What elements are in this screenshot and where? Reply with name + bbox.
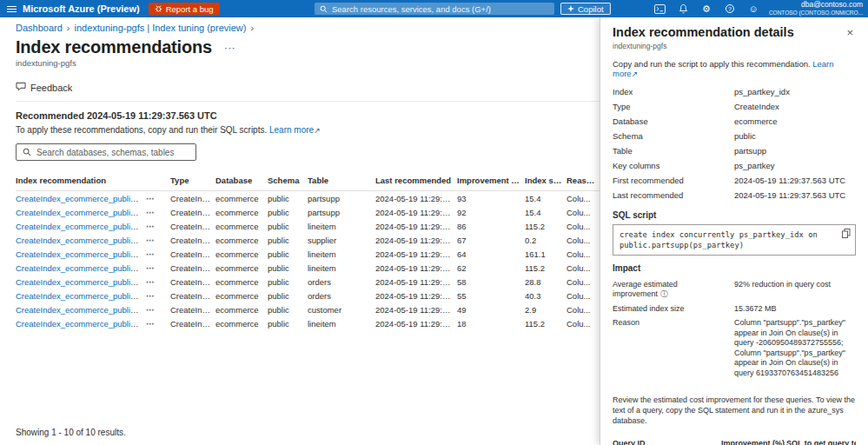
detail-field-row: Type CreateIndex [613, 99, 856, 114]
main-content: Dashboard › indextuning-pgfs | Index tun… [0, 17, 600, 445]
cell-improvement: 49 [457, 302, 525, 316]
cell-last-recommended: 2024-05-19 11:29:37.563 [375, 289, 457, 302]
field-value: 2024-05-19 11:29:37.563 UTC [734, 176, 856, 185]
row-menu-icon[interactable]: ⋯ [146, 236, 156, 245]
col-improvement[interactable]: Improvement (%)↑ [457, 172, 525, 191]
copy-icon[interactable] [842, 229, 851, 238]
table-search-input[interactable] [36, 148, 189, 157]
copilot-button[interactable]: Copilot [560, 3, 611, 15]
review-instructions: Review the estimated cost improvement fo… [613, 395, 856, 426]
help-icon[interactable]: ? [724, 3, 736, 15]
impact-row: Estimated index size 15.3672 MB [613, 302, 856, 316]
row-menu-icon[interactable]: ⋯ [146, 194, 156, 203]
close-icon[interactable]: × [844, 25, 856, 40]
info-icon[interactable]: ⓘ [660, 289, 668, 298]
recommendation-link[interactable]: CreateIndex_ecommerce_public_l_partkey_i… [16, 222, 146, 231]
recommendation-link[interactable]: CreateIndex_ecommerce_public_c_custkey_i… [16, 305, 146, 315]
cell-index-size: 15.4 [525, 205, 567, 219]
global-search-input[interactable] [332, 4, 549, 14]
row-menu-icon[interactable]: ⋯ [146, 277, 156, 287]
cell-type: CreateIndex [170, 302, 215, 316]
col-last-recommended[interactable]: Last recommended [375, 172, 457, 191]
col-row-menu [146, 172, 170, 191]
recommendation-link[interactable]: CreateIndex_ecommerce_public_l_orderkey_… [16, 249, 146, 259]
detail-field-row: Index ps_partkey_idx [613, 84, 856, 99]
cell-table: orders [308, 275, 375, 289]
col-type[interactable]: Type [170, 172, 215, 191]
cell-reason: Colu... [567, 205, 600, 219]
detail-field-row: Database ecommerce [613, 114, 856, 129]
row-menu-icon[interactable]: ⋯ [146, 263, 156, 273]
impact-label: Reason [613, 318, 639, 327]
notifications-icon[interactable] [677, 3, 689, 15]
recommendation-link[interactable]: CreateIndex_ecommerce_public_l_orderkey_… [16, 263, 146, 273]
sql-script-header: SQL script [613, 210, 856, 220]
recommendation-link[interactable]: CreateIndex_ecommerce_public_o_custkey_o… [16, 291, 146, 301]
recommendation-link[interactable]: CreateIndex_ecommerce_public_l_shipdate_… [16, 319, 146, 329]
cell-improvement: 62 [457, 261, 525, 275]
cell-reason: Colu... [567, 289, 600, 302]
cell-last-recommended: 2024-05-19 11:29:37.563 [375, 261, 457, 275]
learn-more-link[interactable]: Learn more↗ [269, 125, 321, 135]
col-reason[interactable]: Reason [567, 172, 600, 191]
row-menu-icon[interactable]: ⋯ [146, 208, 156, 217]
col-table[interactable]: Table [308, 172, 375, 191]
cell-type: CreateIndex [170, 316, 215, 330]
report-a-bug-button[interactable]: Report a bug [149, 3, 220, 15]
recommendation-link[interactable]: CreateIndex_ecommerce_public_s_suppkey_i… [16, 236, 146, 245]
portal-brand[interactable]: Microsoft Azure (Preview) [23, 3, 140, 14]
col-database[interactable]: Database [215, 172, 268, 191]
page-menu-ellipsis[interactable]: ··· [224, 41, 235, 54]
recommendation-link[interactable]: CreateIndex_ecommerce_public_ps_partkey_… [16, 208, 146, 217]
col-query-improvement[interactable]: Improvement (%) [721, 439, 786, 445]
table-row: CreateIndex_ecommerce_public_l_partkey_i… [16, 219, 600, 233]
recommendation-link[interactable]: CreateIndex_ecommerce_public_ps_suppkey_… [16, 194, 146, 203]
cell-index-size: 28.8 [525, 275, 567, 289]
col-schema[interactable]: Schema [268, 172, 308, 191]
recommendation-link[interactable]: CreateIndex_ecommerce_public_o_orderkey_… [16, 277, 146, 287]
row-menu-icon[interactable]: ⋯ [146, 249, 156, 259]
cloud-shell-icon[interactable] [653, 3, 666, 15]
cell-index-size: 0.2 [525, 233, 567, 247]
cell-table: partsupp [308, 205, 375, 219]
field-label: First recommended [613, 176, 734, 185]
field-value: ecommerce [734, 116, 856, 126]
row-menu-icon[interactable]: ⋯ [146, 291, 156, 301]
col-index-recommendation[interactable]: Index recommendation [16, 172, 146, 191]
col-query-sql[interactable]: SQL to get query text [786, 439, 856, 445]
cell-index-size: 161.1 [525, 247, 567, 261]
breadcrumb-index-tuning[interactable]: indextuning-pgfs | Index tuning (preview… [75, 23, 247, 33]
search-icon [320, 1, 328, 17]
cell-improvement: 67 [457, 233, 525, 247]
col-query-id[interactable]: Query ID [613, 439, 721, 445]
settings-icon[interactable]: ⚙ [700, 3, 712, 15]
row-menu-icon[interactable]: ⋯ [146, 305, 156, 315]
cell-reason: Colu... [567, 316, 600, 330]
table-search[interactable] [16, 143, 196, 161]
azure-portal: Microsoft Azure (Preview) Report a bug C… [0, 0, 868, 445]
feedback-smiley-icon[interactable]: ☺ [747, 3, 759, 15]
row-menu-icon[interactable]: ⋯ [146, 319, 156, 329]
cell-table: lineitem [308, 219, 375, 233]
cell-type: CreateIndex [170, 289, 215, 302]
hamburger-menu-icon[interactable] [0, 0, 23, 17]
table-row: CreateIndex_ecommerce_public_l_orderkey_… [16, 247, 600, 261]
feedback-icon [16, 82, 26, 93]
global-search[interactable] [315, 3, 554, 15]
recommendations-table: Index recommendation Type Database Schem… [16, 172, 600, 330]
cell-last-recommended: 2024-05-19 11:29:37.563 [375, 302, 457, 316]
cell-table: orders [308, 289, 375, 302]
cell-schema: public [268, 302, 308, 316]
col-index-size[interactable]: Index size (MB) [525, 172, 567, 191]
cell-reason: Colu... [567, 233, 600, 247]
account-menu[interactable]: dba@contoso.com CONTOSO (CONTOSO.ONMICRO… [769, 1, 863, 16]
row-menu-icon[interactable]: ⋯ [146, 222, 156, 231]
detail-field-row: Last recommended 2024-05-19 11:29:37.563… [613, 188, 856, 203]
breadcrumb-dashboard[interactable]: Dashboard [16, 23, 63, 33]
feedback-button[interactable]: Feedback [16, 82, 72, 93]
cell-table: lineitem [308, 261, 375, 275]
sql-script-text: create index concurrently ps_partkey_idx… [620, 230, 818, 249]
cell-improvement: 55 [457, 289, 525, 302]
cell-database: ecommerce [215, 289, 268, 302]
cell-database: ecommerce [215, 247, 268, 261]
